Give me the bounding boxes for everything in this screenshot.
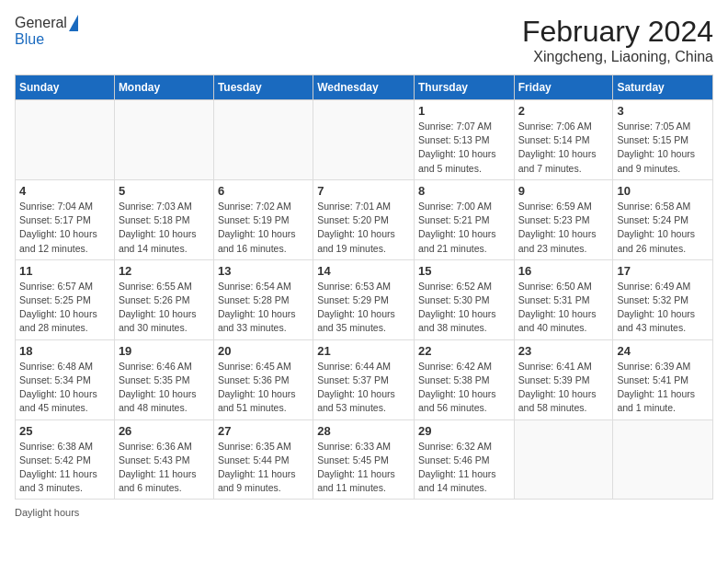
day-number: 5 [119, 184, 210, 198]
day-number: 8 [418, 184, 510, 198]
calendar-cell: 25Sunrise: 6:38 AMSunset: 5:42 PMDayligh… [16, 419, 115, 500]
header-day-wednesday: Wednesday [313, 75, 415, 100]
day-info: Sunrise: 6:44 AMSunset: 5:37 PMDaylight:… [317, 360, 410, 416]
calendar-cell [613, 419, 713, 500]
day-number: 11 [19, 264, 110, 278]
header-day-friday: Friday [514, 75, 613, 100]
calendar-cell: 24Sunrise: 6:39 AMSunset: 5:41 PMDayligh… [613, 339, 713, 419]
day-info: Sunrise: 6:58 AMSunset: 5:24 PMDaylight:… [617, 200, 709, 256]
week-row-3: 11Sunrise: 6:57 AMSunset: 5:25 PMDayligh… [16, 259, 713, 339]
day-number: 10 [617, 184, 709, 198]
header-day-thursday: Thursday [414, 75, 514, 100]
day-info: Sunrise: 6:39 AMSunset: 5:41 PMDaylight:… [617, 360, 709, 416]
day-number: 7 [317, 184, 410, 198]
week-row-1: 1Sunrise: 7:07 AMSunset: 5:13 PMDaylight… [16, 100, 713, 180]
logo: General Blue [15, 15, 78, 48]
day-number: 14 [317, 264, 410, 278]
day-info: Sunrise: 6:52 AMSunset: 5:30 PMDaylight:… [418, 280, 510, 336]
calendar-cell: 11Sunrise: 6:57 AMSunset: 5:25 PMDayligh… [16, 259, 115, 339]
calendar-cell: 2Sunrise: 7:06 AMSunset: 5:14 PMDaylight… [514, 100, 613, 180]
day-info: Sunrise: 6:54 AMSunset: 5:28 PMDaylight:… [218, 280, 309, 336]
calendar-cell: 21Sunrise: 6:44 AMSunset: 5:37 PMDayligh… [313, 339, 415, 419]
calendar-cell [114, 100, 213, 180]
logo-blue-text: Blue [15, 31, 44, 48]
week-row-5: 25Sunrise: 6:38 AMSunset: 5:42 PMDayligh… [16, 419, 713, 500]
day-info: Sunrise: 7:03 AMSunset: 5:18 PMDaylight:… [119, 200, 210, 256]
calendar-cell: 9Sunrise: 6:59 AMSunset: 5:23 PMDaylight… [514, 179, 613, 259]
day-number: 24 [617, 344, 709, 358]
calendar-cell: 7Sunrise: 7:01 AMSunset: 5:20 PMDaylight… [313, 179, 415, 259]
calendar-cell: 15Sunrise: 6:52 AMSunset: 5:30 PMDayligh… [414, 259, 514, 339]
day-number: 23 [518, 344, 609, 358]
day-number: 12 [119, 264, 210, 278]
calendar-cell: 26Sunrise: 6:36 AMSunset: 5:43 PMDayligh… [114, 419, 213, 500]
day-info: Sunrise: 7:04 AMSunset: 5:17 PMDaylight:… [19, 200, 110, 256]
calendar-title: February 2024 [522, 15, 713, 49]
footer-note: Daylight hours [15, 507, 713, 518]
header-day-tuesday: Tuesday [213, 75, 313, 100]
day-info: Sunrise: 7:07 AMSunset: 5:13 PMDaylight:… [418, 120, 510, 176]
calendar-cell: 12Sunrise: 6:55 AMSunset: 5:26 PMDayligh… [114, 259, 213, 339]
day-number: 28 [317, 424, 410, 438]
day-info: Sunrise: 6:38 AMSunset: 5:42 PMDaylight:… [19, 440, 110, 496]
day-number: 18 [19, 344, 110, 358]
calendar-cell [213, 100, 313, 180]
day-info: Sunrise: 6:55 AMSunset: 5:26 PMDaylight:… [119, 280, 210, 336]
day-info: Sunrise: 6:46 AMSunset: 5:35 PMDaylight:… [119, 360, 210, 416]
calendar-cell: 8Sunrise: 7:00 AMSunset: 5:21 PMDaylight… [414, 179, 514, 259]
calendar-cell: 6Sunrise: 7:02 AMSunset: 5:19 PMDaylight… [213, 179, 313, 259]
day-info: Sunrise: 6:33 AMSunset: 5:45 PMDaylight:… [317, 440, 410, 496]
logo-triangle-icon [69, 15, 78, 31]
day-info: Sunrise: 6:57 AMSunset: 5:25 PMDaylight:… [19, 280, 110, 336]
calendar-table: SundayMondayTuesdayWednesdayThursdayFrid… [15, 75, 713, 500]
day-info: Sunrise: 6:32 AMSunset: 5:46 PMDaylight:… [418, 440, 510, 496]
day-info: Sunrise: 6:42 AMSunset: 5:38 PMDaylight:… [418, 360, 510, 416]
day-number: 2 [518, 104, 609, 118]
day-number: 4 [19, 184, 110, 198]
day-number: 20 [218, 344, 309, 358]
calendar-cell: 29Sunrise: 6:32 AMSunset: 5:46 PMDayligh… [414, 419, 514, 500]
day-number: 15 [418, 264, 510, 278]
day-number: 29 [418, 424, 510, 438]
day-info: Sunrise: 6:48 AMSunset: 5:34 PMDaylight:… [19, 360, 110, 416]
day-info: Sunrise: 6:49 AMSunset: 5:32 PMDaylight:… [617, 280, 709, 336]
header-day-saturday: Saturday [613, 75, 713, 100]
calendar-cell: 28Sunrise: 6:33 AMSunset: 5:45 PMDayligh… [313, 419, 415, 500]
calendar-cell: 3Sunrise: 7:05 AMSunset: 5:15 PMDaylight… [613, 100, 713, 180]
calendar-cell: 10Sunrise: 6:58 AMSunset: 5:24 PMDayligh… [613, 179, 713, 259]
day-info: Sunrise: 6:50 AMSunset: 5:31 PMDaylight:… [518, 280, 609, 336]
day-number: 9 [518, 184, 609, 198]
calendar-cell: 22Sunrise: 6:42 AMSunset: 5:38 PMDayligh… [414, 339, 514, 419]
calendar-cell: 13Sunrise: 6:54 AMSunset: 5:28 PMDayligh… [213, 259, 313, 339]
calendar-cell: 20Sunrise: 6:45 AMSunset: 5:36 PMDayligh… [213, 339, 313, 419]
calendar-header-row: SundayMondayTuesdayWednesdayThursdayFrid… [16, 75, 713, 100]
calendar-cell [514, 419, 613, 500]
day-info: Sunrise: 7:06 AMSunset: 5:14 PMDaylight:… [518, 120, 609, 176]
day-number: 13 [218, 264, 309, 278]
day-info: Sunrise: 6:53 AMSunset: 5:29 PMDaylight:… [317, 280, 410, 336]
day-info: Sunrise: 6:41 AMSunset: 5:39 PMDaylight:… [518, 360, 609, 416]
day-info: Sunrise: 6:35 AMSunset: 5:44 PMDaylight:… [218, 440, 309, 496]
day-number: 1 [418, 104, 510, 118]
day-info: Sunrise: 6:36 AMSunset: 5:43 PMDaylight:… [119, 440, 210, 496]
week-row-4: 18Sunrise: 6:48 AMSunset: 5:34 PMDayligh… [16, 339, 713, 419]
day-number: 19 [119, 344, 210, 358]
calendar-cell: 14Sunrise: 6:53 AMSunset: 5:29 PMDayligh… [313, 259, 415, 339]
calendar-cell: 19Sunrise: 6:46 AMSunset: 5:35 PMDayligh… [114, 339, 213, 419]
day-number: 16 [518, 264, 609, 278]
calendar-cell [16, 100, 115, 180]
day-number: 3 [617, 104, 709, 118]
calendar-cell: 23Sunrise: 6:41 AMSunset: 5:39 PMDayligh… [514, 339, 613, 419]
logo-general-text: General [15, 15, 67, 31]
day-number: 22 [418, 344, 510, 358]
calendar-cell: 16Sunrise: 6:50 AMSunset: 5:31 PMDayligh… [514, 259, 613, 339]
day-info: Sunrise: 7:01 AMSunset: 5:20 PMDaylight:… [317, 200, 410, 256]
calendar-subtitle: Xingcheng, Liaoning, China [522, 49, 713, 65]
calendar-cell: 5Sunrise: 7:03 AMSunset: 5:18 PMDaylight… [114, 179, 213, 259]
day-number: 21 [317, 344, 410, 358]
day-number: 6 [218, 184, 309, 198]
calendar-cell: 18Sunrise: 6:48 AMSunset: 5:34 PMDayligh… [16, 339, 115, 419]
calendar-cell: 27Sunrise: 6:35 AMSunset: 5:44 PMDayligh… [213, 419, 313, 500]
day-info: Sunrise: 7:00 AMSunset: 5:21 PMDaylight:… [418, 200, 510, 256]
title-block: February 2024 Xingcheng, Liaoning, China [522, 15, 713, 65]
